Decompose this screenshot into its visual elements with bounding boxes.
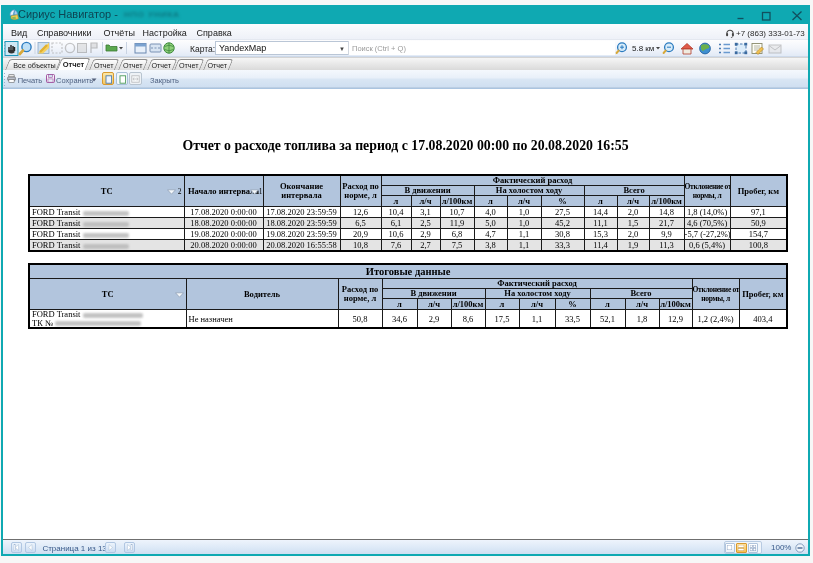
svg-text:5.8 км: 5.8 км	[632, 44, 654, 53]
